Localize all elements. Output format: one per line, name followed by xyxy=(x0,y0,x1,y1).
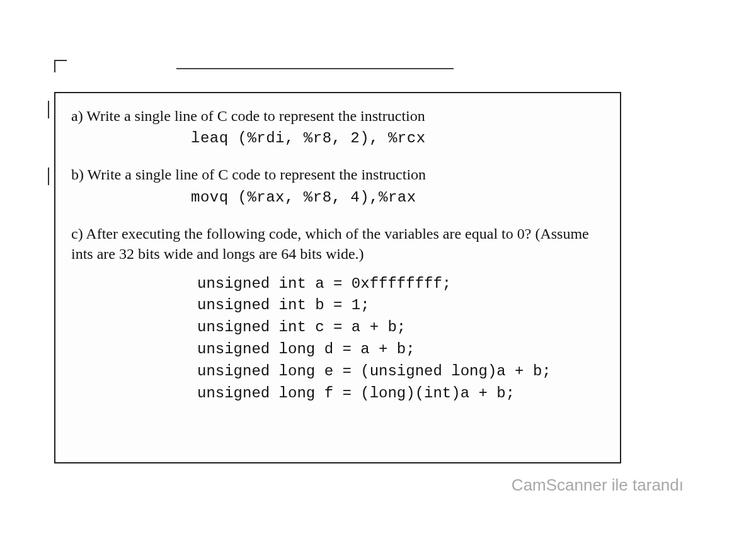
problem-a-code: leaq (%rdi, %r8, 2), %rcx xyxy=(191,130,604,147)
code-line: unsigned long e = (unsigned long)a + b; xyxy=(197,363,551,380)
problem-b-body: Write a single line of C code to represe… xyxy=(84,166,426,183)
problem-a-body: Write a single line of C code to represe… xyxy=(83,108,425,124)
top-divider-line xyxy=(176,68,454,69)
problem-c: c) After executing the following code, w… xyxy=(71,224,604,405)
problem-c-text: c) After executing the following code, w… xyxy=(71,224,604,264)
camscanner-watermark: CamScanner ile tarandı xyxy=(512,475,684,495)
code-line: unsigned int a = 0xffffffff; xyxy=(197,275,451,292)
code-line: unsigned int c = a + b; xyxy=(197,319,406,336)
code-line: unsigned int b = 1; xyxy=(197,297,370,314)
margin-tick xyxy=(48,101,53,118)
problem-c-label: c) xyxy=(71,225,83,242)
problem-b-code: movq (%rax, %r8, 4),%rax xyxy=(191,189,604,206)
problem-a-text: a) Write a single line of C code to repr… xyxy=(71,106,604,126)
code-line: unsigned long d = a + b; xyxy=(197,341,415,358)
code-line: unsigned long f = (long)(int)a + b; xyxy=(197,385,515,402)
problem-c-code: unsigned int a = 0xffffffff; unsigned in… xyxy=(197,273,604,405)
corner-mark xyxy=(54,60,67,72)
problem-a: a) Write a single line of C code to repr… xyxy=(71,106,604,147)
problem-b-text: b) Write a single line of C code to repr… xyxy=(71,164,604,185)
problem-b: b) Write a single line of C code to repr… xyxy=(71,164,604,205)
margin-tick xyxy=(48,168,53,185)
content-box: a) Write a single line of C code to repr… xyxy=(54,92,621,463)
problem-c-body: After executing the following code, whic… xyxy=(71,225,589,262)
page-container: a) Write a single line of C code to repr… xyxy=(0,0,756,534)
problem-b-label: b) xyxy=(71,166,84,183)
problem-a-label: a) xyxy=(71,108,83,124)
